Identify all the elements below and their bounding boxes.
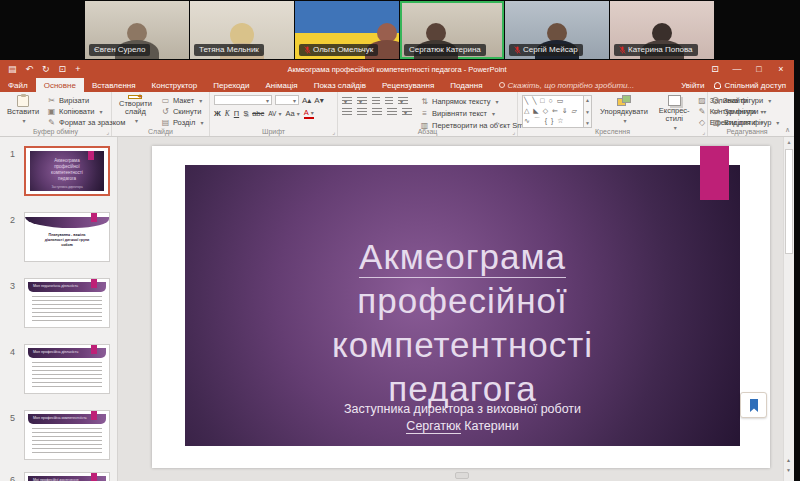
tab-home[interactable]: Основне — [36, 78, 84, 92]
slide-number: 4 — [10, 347, 15, 357]
start-presentation-icon[interactable]: ⊡ — [59, 64, 67, 74]
minimize-button[interactable]: — — [726, 60, 748, 78]
paragraph-dialog-launcher[interactable]: ⌟ — [512, 128, 515, 135]
align-left-button[interactable] — [342, 108, 352, 116]
video-tile[interactable]: Катерина Попова — [610, 1, 714, 59]
slide-thumbnail-1[interactable]: Акмеограмапрофесійної компетентностіпеда… — [24, 146, 110, 196]
arrange-button[interactable]: Упорядкувати — [597, 95, 651, 125]
strikethrough-button[interactable]: abc — [252, 109, 264, 118]
effects-icon: ◇ — [698, 118, 707, 127]
increase-indent-button[interactable] — [385, 97, 393, 105]
tab-insert[interactable]: Вставлення — [84, 78, 144, 92]
character-spacing-button[interactable]: AV — [268, 110, 281, 117]
quick-styles-icon — [668, 95, 681, 106]
reset-icon: ↺ — [161, 107, 170, 116]
participant-name: Тетяна Мельник — [194, 44, 264, 56]
tab-file[interactable]: Файл — [0, 78, 36, 92]
bullets-button[interactable] — [342, 97, 352, 105]
video-tile[interactable]: Сергій Мейсар — [505, 1, 609, 59]
video-tile-active-speaker[interactable]: Сергатюк Катерина — [400, 1, 504, 59]
window-controls: ⊡ — □ × — [704, 60, 792, 78]
video-tile[interactable]: Ольга Омельчук — [295, 1, 399, 59]
ribbon-display-options-button[interactable]: ⊡ — [704, 60, 726, 78]
replace-icon: ⇄ — [712, 107, 721, 116]
tab-transitions[interactable]: Переходи — [205, 78, 257, 92]
quick-styles-button[interactable]: Експрес-стилі — [656, 95, 693, 132]
decrease-indent-button[interactable] — [372, 97, 380, 105]
font-dialog-launcher[interactable]: ⌟ — [332, 128, 335, 135]
share-button[interactable]: Спільний доступ — [714, 81, 786, 90]
vertical-scrollbar[interactable]: ▲ ▲ ▼ — [783, 137, 794, 481]
tab-slideshow[interactable]: Показ слайдів — [306, 78, 374, 92]
lightbulb-icon — [499, 82, 505, 88]
group-paragraph: ⇅Напрямок тексту ≡Вирівняти текст ▥Перет… — [338, 92, 518, 136]
font-size-combobox[interactable]: ▾ — [275, 95, 299, 105]
layout-button[interactable]: ▭Макет — [161, 96, 203, 105]
tab-design[interactable]: Конструктор — [144, 78, 206, 92]
close-button[interactable]: × — [770, 60, 792, 78]
sign-in-button[interactable]: Увійти — [681, 81, 704, 90]
paste-button[interactable]: Вставити — [4, 95, 42, 125]
participant-name-label: Сергатюк Катерина — [409, 45, 481, 55]
new-slide-button[interactable]: Створитислайд — [116, 95, 155, 125]
video-tile[interactable]: Тетяна Мельник — [190, 1, 294, 59]
slide-thumbnail-2[interactable]: Планування - важільдіяльності дитячої гр… — [24, 212, 110, 262]
redo-icon[interactable]: ↻ — [42, 64, 50, 74]
underline-button[interactable]: П — [234, 109, 239, 118]
muted-mic-icon — [304, 45, 311, 55]
previous-slide-button[interactable]: ▲ — [786, 457, 791, 463]
section-button[interactable]: ▤Розділ — [161, 118, 203, 127]
font-name-combobox[interactable]: ▾ — [214, 95, 272, 105]
shapes-gallery[interactable]: ╲ ╲ □ ○ ▭ △ ◣ ◇ ⇐ ⇓ ▱ ∿ ⌒ { } ☆ — [522, 95, 584, 128]
font-color-button[interactable]: A — [304, 108, 314, 119]
share-label: Спільний доступ — [724, 81, 786, 90]
restore-button[interactable]: □ — [748, 60, 770, 78]
undo-icon[interactable]: ↶ — [26, 64, 34, 74]
justify-button[interactable] — [387, 108, 397, 116]
collapse-ribbon-icon[interactable]: ∧ — [785, 126, 790, 134]
slide-thumbnail-4[interactable]: Моя професійна діяльність — [24, 344, 110, 394]
line-spacing-button[interactable] — [398, 97, 408, 105]
video-tile[interactable]: Євген Сурело — [85, 1, 189, 59]
account-area: Увійти Спільний доступ — [681, 78, 794, 92]
next-slide-button[interactable]: ▼ — [786, 467, 791, 473]
scrollbar-thumb[interactable] — [785, 149, 793, 254]
bookmark-icon — [749, 399, 759, 412]
reset-button[interactable]: ↺Скинути — [161, 107, 203, 116]
clipboard-dialog-launcher[interactable]: ⌟ — [106, 128, 109, 135]
replace-button[interactable]: ⇄Замінити — [712, 107, 782, 116]
columns-button[interactable] — [402, 108, 412, 116]
splitter-handle[interactable] — [455, 472, 469, 479]
current-slide[interactable]: Акмеограма професійної компетентності пе… — [152, 146, 770, 468]
bold-button[interactable]: Ж — [214, 109, 221, 118]
slide-thumbnail-5[interactable]: Моя професійна компетентність — [24, 410, 110, 460]
tell-me-box[interactable]: Скажіть, що потрібно зробити... — [491, 78, 643, 92]
select-button[interactable]: ▧Виділити — [712, 118, 782, 127]
increase-font-icon[interactable]: А▴ — [302, 96, 311, 105]
align-center-button[interactable] — [357, 108, 367, 116]
bookmark-button[interactable] — [740, 392, 767, 418]
align-right-button[interactable] — [372, 108, 382, 116]
decrease-font-icon[interactable]: А▾ — [314, 96, 323, 105]
tab-review[interactable]: Рецензування — [374, 78, 442, 92]
customize-qat-icon[interactable]: + — [75, 64, 80, 74]
text-shadow-button[interactable]: S — [243, 109, 248, 118]
participant-name: Катерина Попова — [614, 44, 698, 56]
slide-title: Акмеограма професійної компетентності пе… — [185, 235, 740, 411]
change-case-button[interactable]: Aa — [285, 109, 299, 118]
slide-thumbnail-6[interactable]: Мої професійні досягнення — [24, 472, 110, 481]
thumb-pink-tab — [91, 213, 97, 222]
ribbon-tabs: Файл Основне Вставлення Конструктор Пере… — [0, 78, 794, 92]
thumb-pink-tab — [91, 411, 97, 420]
tab-view[interactable]: Подання — [442, 78, 490, 92]
participant-name-label: Тетяна Мельник — [199, 45, 259, 55]
find-button[interactable]: Знайти — [712, 96, 782, 105]
numbering-button[interactable] — [357, 97, 367, 105]
italic-button[interactable]: К — [225, 109, 230, 118]
save-icon[interactable]: ▤ — [8, 64, 17, 74]
shapes-gallery-scroll[interactable]: ▲ ▼ ▼ — [584, 95, 592, 128]
drawing-dialog-launcher[interactable]: ⌟ — [702, 128, 705, 135]
participant-name-label: Євген Сурело — [94, 45, 145, 55]
tab-animations[interactable]: Анімація — [257, 78, 305, 92]
slide-thumbnail-3[interactable]: Моя педагогічна діяльність — [24, 278, 110, 328]
